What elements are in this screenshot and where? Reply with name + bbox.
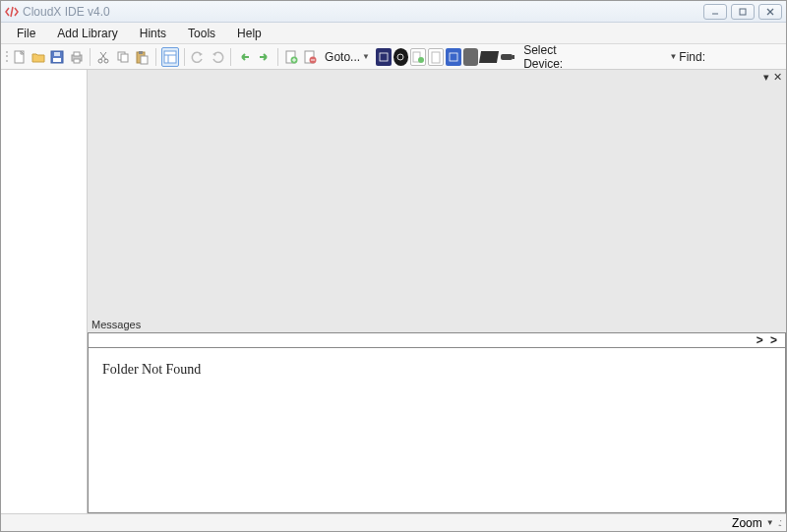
menu-help[interactable]: Help <box>227 24 272 43</box>
messages-nav-button[interactable]: > > <box>757 333 779 347</box>
goto-label: Goto... <box>325 50 360 64</box>
page-blank-button[interactable] <box>428 48 444 66</box>
view-mode-button[interactable] <box>161 47 179 67</box>
dropdown-icon: ▼ <box>669 52 677 61</box>
toolbar-grip <box>5 48 9 66</box>
maximize-button[interactable] <box>731 4 755 20</box>
svg-rect-18 <box>121 54 128 62</box>
svg-point-35 <box>397 54 403 60</box>
add-page-button[interactable] <box>283 47 300 67</box>
tab-list-icon[interactable]: ▾ <box>763 71 769 84</box>
paste-button[interactable] <box>134 47 151 67</box>
new-file-button[interactable] <box>11 47 28 67</box>
window-controls <box>703 4 782 20</box>
find-label: Find: <box>679 50 711 64</box>
messages-panel-label: Messages <box>88 317 786 332</box>
goto-button[interactable]: Goto... ▼ <box>321 48 374 66</box>
svg-rect-38 <box>432 52 440 63</box>
find-input[interactable] <box>713 48 782 66</box>
minimize-button[interactable] <box>703 4 727 20</box>
svg-rect-8 <box>53 58 61 62</box>
workspace: ▾ ✕ Messages > > Folder Not Found <box>1 70 786 513</box>
menu-add-library[interactable]: Add Library <box>47 24 127 43</box>
svg-line-0 <box>11 7 13 17</box>
toolbar: Goto... ▼ Select Device: ▼ Find: <box>1 44 786 70</box>
nav-back-button[interactable] <box>236 47 253 67</box>
redo-button[interactable] <box>209 47 225 67</box>
undo-button[interactable] <box>190 47 207 67</box>
device-select[interactable]: ▼ <box>596 48 677 66</box>
toolbar-separator <box>184 48 185 66</box>
copy-button[interactable] <box>115 47 132 67</box>
select-device-label: Select Device: <box>517 43 594 71</box>
toolbar-separator <box>277 48 278 66</box>
nav-forward-button[interactable] <box>255 47 272 67</box>
app-icon <box>5 5 19 19</box>
main-area: ▾ ✕ Messages > > Folder Not Found <box>88 70 786 513</box>
titlebar: CloudX IDE v4.0 <box>1 1 786 23</box>
svg-rect-9 <box>54 52 60 56</box>
print-button[interactable] <box>68 47 85 67</box>
toolbar-separator <box>90 48 91 66</box>
toolbar-separator <box>155 48 156 66</box>
window-title: CloudX IDE v4.0 <box>23 5 703 19</box>
device-shape-button[interactable] <box>480 48 498 66</box>
close-button[interactable] <box>758 4 782 20</box>
messages-toolbar: > > <box>88 332 786 348</box>
svg-rect-12 <box>74 59 80 63</box>
connector-button[interactable] <box>500 48 515 66</box>
chip-button-2[interactable] <box>446 48 461 66</box>
svg-rect-34 <box>380 53 388 61</box>
editor-area[interactable] <box>88 84 786 317</box>
messages-content: Folder Not Found <box>102 362 771 378</box>
svg-marker-26 <box>212 52 216 56</box>
dropdown-icon: ▼ <box>362 52 370 61</box>
page-green-button[interactable] <box>410 48 426 66</box>
close-tab-icon[interactable]: ✕ <box>773 71 782 84</box>
svg-rect-21 <box>141 56 148 64</box>
menubar: File Add Library Hints Tools Help <box>1 23 786 44</box>
save-button[interactable] <box>49 47 66 67</box>
messages-panel[interactable]: Folder Not Found <box>88 348 786 513</box>
svg-rect-39 <box>450 53 457 61</box>
svg-rect-22 <box>164 51 176 63</box>
module-button[interactable] <box>463 48 479 66</box>
resize-grip-icon[interactable]: ..: <box>778 517 780 528</box>
toolbar-separator <box>230 48 231 66</box>
zoom-label: Zoom <box>732 516 762 530</box>
remove-page-button[interactable] <box>302 47 319 67</box>
settings-round-button[interactable] <box>394 48 409 66</box>
zoom-dropdown-icon[interactable]: ▼ <box>766 518 774 527</box>
menu-hints[interactable]: Hints <box>130 24 176 43</box>
svg-rect-40 <box>501 54 513 60</box>
svg-marker-25 <box>199 52 203 56</box>
svg-rect-2 <box>740 9 746 15</box>
cut-button[interactable] <box>95 47 112 67</box>
svg-rect-20 <box>139 51 143 54</box>
chip-button-1[interactable] <box>376 48 392 66</box>
svg-rect-11 <box>74 52 80 56</box>
menu-tools[interactable]: Tools <box>178 24 225 43</box>
svg-point-37 <box>418 57 424 63</box>
menu-file[interactable]: File <box>7 24 45 43</box>
open-file-button[interactable] <box>30 47 47 67</box>
svg-rect-41 <box>513 55 515 59</box>
statusbar: Zoom ▼ ..: <box>1 513 786 531</box>
project-sidebar[interactable] <box>1 70 88 513</box>
editor-tab-controls: ▾ ✕ <box>88 70 786 84</box>
